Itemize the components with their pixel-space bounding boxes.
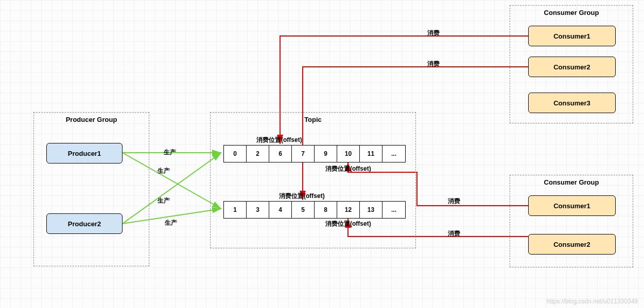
watermark-text: https://blog.csdn.net/u011330349: [547, 298, 638, 305]
queue-cell: 5: [292, 202, 315, 218]
offset-label-q1-bot: 消费位置(offset): [325, 165, 371, 173]
consumer-bottom-2: Consumer2: [528, 234, 616, 255]
consumer-top-3-label: Consumer3: [553, 99, 590, 107]
queue-cell: 13: [360, 202, 382, 218]
queue-cell: 9: [315, 146, 337, 162]
consumer-bottom-1-label: Consumer1: [553, 202, 590, 210]
producer1-label: Producer1: [68, 150, 101, 157]
queue-cell: 10: [337, 146, 360, 162]
producer2-node: Producer2: [46, 213, 123, 234]
consumer-group-bottom-title: Consumer Group: [510, 178, 633, 186]
consumer-group-top-title: Consumer Group: [510, 9, 633, 16]
consumer-top-3: Consumer3: [528, 93, 616, 113]
queue-cell: 8: [315, 202, 337, 218]
offset-label-q1-top: 消费位置(offset): [256, 136, 302, 144]
topic-title: Topic: [211, 116, 415, 123]
queue-cell: 11: [360, 146, 382, 162]
queue-cell: 6: [269, 146, 292, 162]
offset-label-q2-bot: 消费位置(offset): [325, 220, 371, 228]
queue-cell: 2: [247, 146, 269, 162]
produce-label: 生产: [158, 196, 170, 205]
producer-group-title: Producer Group: [34, 116, 149, 123]
queue-cell: 0: [224, 146, 247, 162]
queue-cell: ...: [382, 146, 405, 162]
producer1-node: Producer1: [46, 143, 123, 164]
queue-cell: 12: [337, 202, 360, 218]
queue-row-0: 0 2 6 7 9 10 11 ...: [223, 145, 406, 162]
consumer-top-1: Consumer1: [528, 26, 616, 46]
queue-cell: 4: [269, 202, 292, 218]
queue-cell: 7: [292, 146, 315, 162]
consume-label: 消费: [427, 29, 440, 38]
consume-label: 消费: [448, 229, 460, 238]
produce-label: 生产: [158, 167, 170, 175]
consumer-bottom-1: Consumer1: [528, 195, 616, 216]
consumer-top-2-label: Consumer2: [553, 63, 590, 71]
consume-label: 消费: [427, 60, 440, 68]
offset-label-q2-top: 消费位置(offset): [279, 192, 325, 201]
queue-cell: 3: [247, 202, 269, 218]
producer-group-box: Producer Group: [33, 112, 149, 266]
consume-label: 消费: [448, 197, 460, 206]
consumer-top-2: Consumer2: [528, 57, 616, 77]
produce-label: 生产: [165, 219, 177, 227]
queue-cell: 1: [224, 202, 247, 218]
producer2-label: Producer2: [68, 220, 101, 228]
queue-cell: ...: [382, 202, 405, 218]
consumer-top-1-label: Consumer1: [553, 32, 590, 40]
topic-box: Topic: [210, 112, 416, 248]
queue-row-1: 1 3 4 5 8 12 13 ...: [223, 201, 406, 219]
consumer-bottom-2-label: Consumer2: [553, 241, 590, 248]
produce-label: 生产: [164, 148, 176, 157]
